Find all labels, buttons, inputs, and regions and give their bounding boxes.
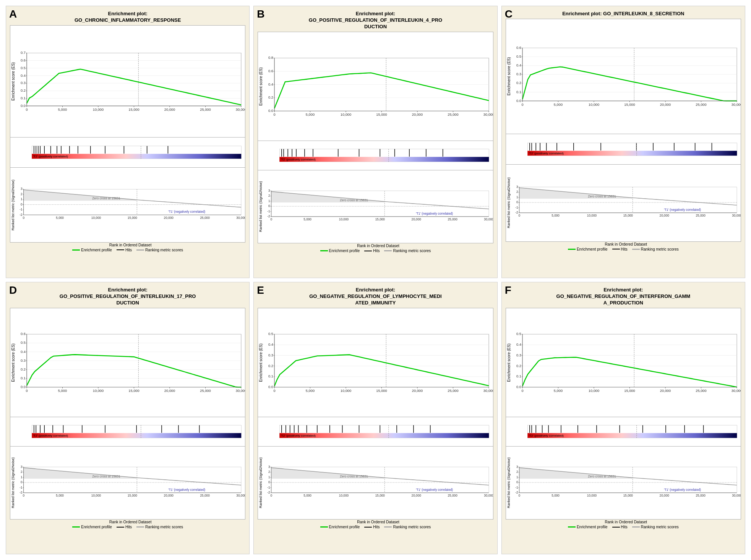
svg-text:5,000: 5,000 bbox=[58, 108, 67, 112]
es-inner: 0.8 0.6 0.4 0.2 0.0 0 5,000 10,000 15,00… bbox=[263, 32, 493, 141]
svg-text:-2: -2 bbox=[19, 491, 23, 494]
metric-area: Ranked list metric (Signal2Noise) 3210-1… bbox=[506, 447, 741, 520]
svg-text:20,000: 20,000 bbox=[660, 389, 670, 393]
legend-enrichment-label: Enrichment profile bbox=[81, 248, 112, 252]
metric-inner: 3210-1-2 05,00010,00015,00020,00025,0003… bbox=[16, 447, 245, 519]
svg-text:0.0: 0.0 bbox=[516, 99, 521, 103]
svg-text:3: 3 bbox=[21, 465, 23, 469]
svg-text:0: 0 bbox=[268, 204, 270, 208]
legend-black-line bbox=[364, 527, 372, 528]
svg-text:20,000: 20,000 bbox=[164, 389, 175, 393]
svg-text:20,000: 20,000 bbox=[412, 218, 422, 221]
svg-text:10,000: 10,000 bbox=[91, 494, 101, 497]
chart-legend: Enrichment profile Hits Ranking metric s… bbox=[506, 246, 741, 252]
svg-text:0.1: 0.1 bbox=[516, 90, 521, 94]
svg-text:5,000: 5,000 bbox=[304, 494, 312, 497]
svg-text:25,000: 25,000 bbox=[448, 218, 458, 221]
svg-text:10,000: 10,000 bbox=[339, 218, 349, 221]
svg-text:15,000: 15,000 bbox=[128, 216, 138, 220]
es-plot: Enrichment score (ES) 0.7 0.6 0.5 0.4 0.… bbox=[10, 25, 245, 138]
svg-text:'T1' (negatively correlated): 'T1' (negatively correlated) bbox=[168, 210, 205, 214]
svg-text:0.0: 0.0 bbox=[268, 109, 273, 113]
svg-text:0.6: 0.6 bbox=[21, 332, 26, 336]
chart-title: Enrichment plot:GO_POSITIVE_REGULATION_O… bbox=[8, 286, 247, 307]
legend-hits: Hits bbox=[612, 525, 628, 529]
legend-gray-line bbox=[136, 526, 144, 528]
legend-hits-label: Hits bbox=[373, 525, 380, 529]
svg-text:0.3: 0.3 bbox=[516, 72, 521, 76]
svg-text:'T2' (positively correlated): 'T2' (positively correlated) bbox=[281, 158, 316, 161]
svg-text:10,000: 10,000 bbox=[588, 389, 599, 393]
svg-text:25,000: 25,000 bbox=[200, 389, 211, 393]
legend-hits-label: Hits bbox=[125, 248, 132, 252]
svg-text:0.3: 0.3 bbox=[21, 358, 26, 362]
es-y-axis-label: Enrichment score (ES) bbox=[10, 308, 16, 417]
svg-text:'T2' (positively correlated): 'T2' (positively correlated) bbox=[33, 434, 68, 437]
svg-text:0.0: 0.0 bbox=[516, 385, 521, 389]
legend-hits-label: Hits bbox=[621, 247, 628, 251]
legend-gray-line bbox=[632, 526, 640, 528]
svg-text:25,000: 25,000 bbox=[696, 102, 706, 106]
svg-text:'T1' (negatively correlated): 'T1' (negatively correlated) bbox=[168, 488, 205, 492]
hits-inner: 'T2' (positively correlated) bbox=[269, 417, 493, 446]
svg-text:20,000: 20,000 bbox=[164, 494, 174, 497]
chart-title: Enrichment plot:GO_NEGATIVE_REGULATION_O… bbox=[256, 286, 495, 307]
legend-ranking-label: Ranking metric scores bbox=[145, 248, 183, 252]
panel-f: FEnrichment plot:GO_NEGATIVE_REGULATION_… bbox=[501, 282, 745, 554]
metric-area: Ranked list metric (Signal2Noise) 3210-1… bbox=[506, 165, 741, 241]
legend-black-line bbox=[364, 251, 372, 251]
svg-text:30,000: 30,000 bbox=[731, 102, 741, 106]
panel-letter-a: A bbox=[9, 8, 17, 20]
svg-text:0.5: 0.5 bbox=[21, 341, 26, 345]
panel-b: BEnrichment plot:GO_POSITIVE_REGULATION_… bbox=[253, 6, 497, 278]
svg-text:20,000: 20,000 bbox=[412, 494, 422, 497]
svg-text:-2: -2 bbox=[268, 215, 271, 218]
svg-text:25,000: 25,000 bbox=[200, 494, 210, 497]
svg-text:-2: -2 bbox=[515, 211, 518, 215]
svg-text:0.5: 0.5 bbox=[21, 66, 26, 70]
chart-legend: Enrichment profile Hits Ranking metric s… bbox=[10, 524, 245, 530]
svg-text:15,000: 15,000 bbox=[376, 389, 387, 393]
legend-hits-label: Hits bbox=[125, 525, 132, 529]
svg-text:3: 3 bbox=[516, 465, 518, 469]
svg-text:0.4: 0.4 bbox=[268, 82, 273, 86]
svg-text:-2: -2 bbox=[268, 491, 271, 494]
svg-text:0: 0 bbox=[23, 216, 24, 220]
svg-text:Zero cross at 15631: Zero cross at 15631 bbox=[340, 475, 368, 478]
svg-text:20,000: 20,000 bbox=[412, 389, 423, 393]
svg-text:25,000: 25,000 bbox=[448, 494, 458, 497]
svg-text:15,000: 15,000 bbox=[624, 102, 635, 106]
hits-inner: 'T2' (positively correlated) bbox=[21, 138, 245, 167]
chart-legend: Enrichment profile Hits Ranking metric s… bbox=[258, 524, 493, 530]
legend-ranking: Ranking metric scores bbox=[632, 247, 679, 251]
legend-enrichment-label: Enrichment profile bbox=[577, 247, 608, 251]
es-plot: Enrichment score (ES) 0.6 0.5 0.4 0.3 0.… bbox=[10, 308, 245, 418]
hits-area: 'T2' (positively correlated) bbox=[258, 417, 493, 446]
svg-text:10,000: 10,000 bbox=[93, 108, 104, 112]
hits-area: 'T2' (positively correlated) bbox=[258, 141, 493, 170]
svg-text:5,000: 5,000 bbox=[554, 102, 563, 106]
svg-text:0.7: 0.7 bbox=[21, 51, 26, 55]
svg-text:0.4: 0.4 bbox=[268, 343, 273, 346]
legend-hits: Hits bbox=[364, 525, 380, 529]
svg-text:Zero cross at 15631: Zero cross at 15631 bbox=[92, 475, 120, 478]
chart-title: Enrichment plot:GO_POSITIVE_REGULATION_O… bbox=[256, 10, 495, 31]
svg-text:0.1: 0.1 bbox=[21, 96, 26, 100]
svg-text:0.0: 0.0 bbox=[21, 385, 26, 389]
svg-text:1: 1 bbox=[268, 476, 270, 479]
svg-text:0.1: 0.1 bbox=[21, 376, 26, 380]
chart-area: Enrichment score (ES) 0.6 0.5 0.4 0.3 0.… bbox=[504, 18, 743, 276]
es-inner: 0.5 0.4 0.3 0.2 0.1 0.0 0 5,000 10,000 1… bbox=[263, 308, 493, 417]
metric-inner: 3210-1-2 05,00010,00015,00020,00025,0003… bbox=[511, 165, 741, 241]
legend-enrichment-profile: Enrichment profile bbox=[72, 525, 112, 529]
ranked-y-label: Ranked list metric (Signal2Noise) bbox=[10, 168, 16, 242]
svg-text:2: 2 bbox=[268, 194, 270, 197]
svg-text:0.2: 0.2 bbox=[21, 89, 26, 92]
svg-text:'T2' (positively correlated): 'T2' (positively correlated) bbox=[529, 434, 564, 437]
legend-black-line bbox=[117, 249, 124, 250]
svg-text:25,000: 25,000 bbox=[200, 108, 211, 112]
hits-area: 'T2' (positively correlated) bbox=[506, 134, 741, 165]
svg-text:-1: -1 bbox=[19, 208, 23, 211]
svg-text:0.2: 0.2 bbox=[268, 95, 273, 99]
panel-letter-f: F bbox=[505, 284, 511, 296]
